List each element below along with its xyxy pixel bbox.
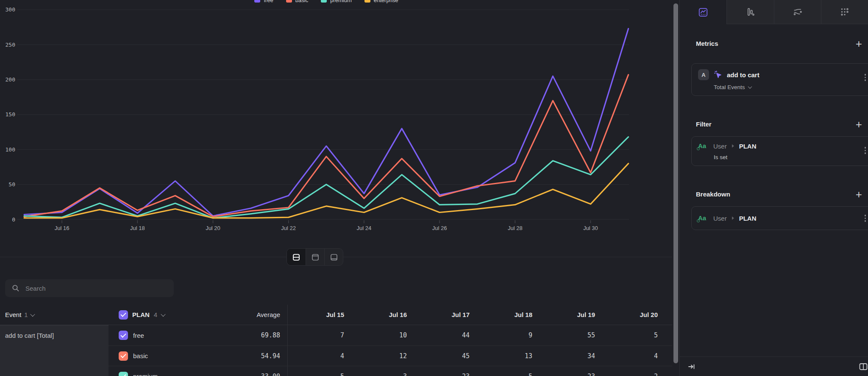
flows-icon xyxy=(792,6,803,17)
x-axis-label: Jul 30 xyxy=(583,225,598,231)
add-breakdown-button[interactable]: + xyxy=(852,190,865,199)
tab-flows[interactable] xyxy=(774,0,821,24)
split-view-button[interactable] xyxy=(287,249,306,265)
tab-line-chart[interactable] xyxy=(680,0,726,24)
query-builder-panel: Metrics + A add to cart Total Events Fil… xyxy=(679,0,868,376)
breakdown-card[interactable]: Aa User PLAN xyxy=(691,206,868,230)
average-value-cell: 33.00 xyxy=(225,373,287,376)
triangle-right-icon xyxy=(732,144,734,148)
chevron-down-icon xyxy=(748,84,752,89)
plan-column-header[interactable]: PLAN 4 xyxy=(108,310,225,320)
x-axis-label: Jul 20 xyxy=(206,225,220,231)
date-column-header[interactable]: Jul 16 xyxy=(350,311,413,318)
event-group-row-label: add to cart [Total] xyxy=(0,325,108,376)
y-axis-label: 0 xyxy=(12,216,15,223)
x-axis-label: Jul 16 xyxy=(55,225,70,231)
x-axis-label: Jul 22 xyxy=(281,225,296,231)
series-name-cell: free xyxy=(108,331,225,340)
x-axis-label: Jul 18 xyxy=(130,225,145,231)
value-cell: 5 xyxy=(601,331,664,339)
average-value-cell: 54.94 xyxy=(225,352,287,360)
value-cell: 5 xyxy=(287,373,350,376)
date-column-header[interactable]: Jul 18 xyxy=(476,311,538,318)
y-axis-label: 250 xyxy=(6,42,15,48)
split-view-icon xyxy=(292,253,300,261)
search-input[interactable] xyxy=(25,284,174,292)
y-axis-label: 150 xyxy=(6,111,15,118)
date-column-header[interactable]: Jul 20 xyxy=(601,311,664,318)
series-label: basic xyxy=(133,352,148,359)
filter-heading: Filter xyxy=(696,120,712,129)
table-row: free69.88710449555 xyxy=(108,325,672,345)
x-axis-label: Jul 28 xyxy=(508,225,523,231)
plan-select-all-checkbox[interactable] xyxy=(119,310,128,320)
series-checkbox[interactable] xyxy=(119,351,128,361)
add-metric-button[interactable]: + xyxy=(852,39,865,48)
value-cell: 23 xyxy=(538,373,601,376)
visualization-tabs xyxy=(680,0,868,24)
chart-and-table-area: freebasicpremiumenterprise 0501001502002… xyxy=(0,0,672,376)
filter-section-header: Filter + xyxy=(680,120,868,129)
metric-card[interactable]: A add to cart Total Events xyxy=(691,63,868,96)
metric-aggregation-label: Total Events xyxy=(714,84,745,90)
scrollbar-thumb[interactable] xyxy=(673,3,678,363)
table-only-view-button[interactable] xyxy=(324,249,343,265)
filter-options-button[interactable] xyxy=(865,147,866,154)
filter-card[interactable]: Aa User PLAN Is set xyxy=(691,136,868,166)
value-cell: 5 xyxy=(476,373,538,376)
average-column-header[interactable]: Average xyxy=(225,311,287,318)
chevron-down-icon xyxy=(161,311,166,316)
collapse-panel-icon[interactable] xyxy=(687,362,696,371)
plan-header-label: PLAN xyxy=(132,311,150,318)
add-filter-button[interactable]: + xyxy=(852,120,865,129)
metric-event-name: add to cart xyxy=(727,71,760,79)
chart-only-view-button[interactable] xyxy=(306,249,324,265)
metrics-section-header: Metrics + xyxy=(680,39,868,48)
value-cell: 55 xyxy=(538,331,601,339)
breakdown-heading: Breakdown xyxy=(696,190,730,199)
average-value-cell: 69.88 xyxy=(225,331,287,339)
table-body: free69.88710449555basic54.944124513344pr… xyxy=(108,325,672,376)
breakdown-options-button[interactable] xyxy=(865,215,866,222)
search-bar xyxy=(5,279,174,297)
grid-dots-icon xyxy=(839,6,850,17)
date-column-header[interactable]: Jul 19 xyxy=(538,311,601,318)
filter-operator[interactable]: Is set xyxy=(714,154,868,160)
series-line-enterprise[interactable] xyxy=(24,163,629,218)
value-cell: 2 xyxy=(601,373,664,376)
line-chart: 050100150200250300Jul 16Jul 18Jul 20Jul … xyxy=(0,0,672,236)
metric-aggregation-dropdown[interactable]: Total Events xyxy=(714,84,868,90)
filter-entity: User xyxy=(713,143,727,150)
triangle-right-icon xyxy=(732,216,734,220)
table-header-row: Event 1 PLAN 4 Average Jul 15Jul 16Jul 1… xyxy=(0,305,672,325)
metric-options-button[interactable] xyxy=(865,74,866,81)
event-count: 1 xyxy=(24,311,28,318)
value-cell: 7 xyxy=(287,331,350,339)
value-cell: 3 xyxy=(350,373,413,376)
value-cell: 12 xyxy=(350,352,413,360)
y-axis-label: 300 xyxy=(6,6,15,13)
date-column-header[interactable]: Jul 15 xyxy=(287,311,350,318)
event-column-header[interactable]: Event 1 xyxy=(0,311,108,318)
tab-more-visualizations[interactable] xyxy=(821,0,868,24)
series-checkbox[interactable] xyxy=(119,372,128,376)
panel-footer xyxy=(680,356,868,376)
vertical-scrollbar[interactable] xyxy=(673,0,679,376)
y-axis-label: 200 xyxy=(6,76,15,83)
series-line-free[interactable] xyxy=(24,29,629,216)
line-chart-icon xyxy=(698,7,709,18)
y-axis-label: 100 xyxy=(6,146,15,153)
table-row: basic54.944124513344 xyxy=(108,345,672,366)
chevron-down-icon xyxy=(30,311,35,316)
value-cell: 4 xyxy=(287,352,350,360)
layout-columns-icon[interactable] xyxy=(859,362,868,371)
date-column-headers: Jul 15Jul 16Jul 17Jul 18Jul 19Jul 20 xyxy=(287,311,664,318)
x-axis-label: Jul 24 xyxy=(357,225,372,231)
metric-letter-badge: A xyxy=(698,69,709,80)
table-view-icon xyxy=(330,253,338,261)
tab-bar-chart[interactable] xyxy=(726,0,773,24)
string-property-icon: Aa xyxy=(698,142,709,150)
date-column-header[interactable]: Jul 17 xyxy=(413,311,476,318)
column-divider xyxy=(287,305,288,376)
series-checkbox[interactable] xyxy=(119,331,128,340)
